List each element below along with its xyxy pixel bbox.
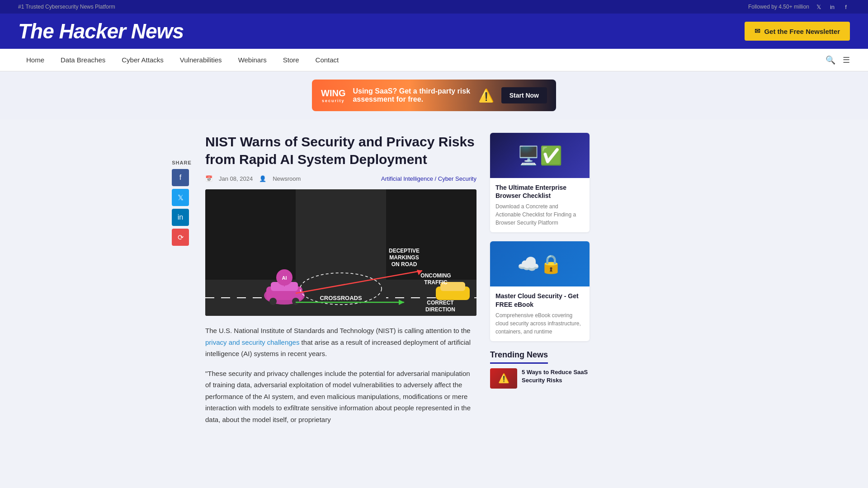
- wing-logo-sub: security: [322, 99, 345, 103]
- nav-item-webinars[interactable]: Webinars: [230, 49, 275, 71]
- article-image: CROSSROADS AI: [205, 189, 476, 316]
- trending-item-title-1: 5 Ways to Reduce SaaS Security Risks: [522, 368, 590, 385]
- banner-area: WING security Using SaaS? Get a third-pa…: [0, 71, 868, 119]
- svg-text:DECEPTIVE: DECEPTIVE: [389, 248, 420, 254]
- calendar-icon: 📅: [205, 175, 212, 182]
- nav-item-vulnerabilities[interactable]: Vulnerabilities: [172, 49, 230, 71]
- banner-text: Using SaaS? Get a third-party risk asses…: [353, 87, 471, 103]
- nav-link-vulnerabilities[interactable]: Vulnerabilities: [172, 49, 230, 71]
- share-other-button[interactable]: ⟳: [172, 229, 189, 246]
- trending-item-1[interactable]: ⚠️ 5 Ways to Reduce SaaS Security Risks: [490, 368, 590, 389]
- svg-text:CORRECT: CORRECT: [427, 300, 454, 306]
- svg-text:ONCOMING: ONCOMING: [420, 272, 451, 279]
- facebook-icon[interactable]: f: [842, 3, 850, 11]
- svg-text:DIRECTION: DIRECTION: [425, 306, 455, 313]
- enterprise-card-body: The Ultimate Enterprise Browser Checklis…: [490, 178, 590, 232]
- envelope-icon: ✉: [755, 27, 760, 35]
- main-nav: Home Data Breaches Cyber Attacks Vulnera…: [0, 49, 868, 71]
- menu-button[interactable]: ☰: [843, 55, 850, 65]
- cloud-card-image: ☁️🔒: [490, 241, 590, 286]
- wing-logo: WING security: [321, 88, 345, 103]
- cloud-lock-icon: ☁️🔒: [517, 253, 562, 275]
- article-tags-text: Artificial Intelligence / Cyber Security: [381, 175, 476, 182]
- saas-warning-icon: ⚠️: [498, 373, 509, 384]
- trending-thumb-1: ⚠️: [490, 368, 517, 389]
- twitter-icon[interactable]: 𝕏: [815, 3, 823, 11]
- nav-item-contact[interactable]: Contact: [307, 49, 347, 71]
- trending-title: Trending News: [490, 350, 548, 364]
- cloud-card-title: Master Cloud Security - Get FREE eBook: [495, 292, 584, 308]
- right-sidebar: 🖥️✅ The Ultimate Enterprise Browser Chec…: [490, 133, 590, 433]
- browser-icon: 🖥️✅: [517, 145, 562, 166]
- article-meta-left: 📅 Jan 08, 2024 👤 Newsroom: [205, 175, 301, 182]
- enterprise-card-image: 🖥️✅: [490, 133, 590, 178]
- svg-text:CROSSROADS: CROSSROADS: [320, 295, 362, 301]
- svg-point-8: [269, 298, 277, 305]
- article-date: Jan 08, 2024: [219, 175, 253, 182]
- banner-cta-button[interactable]: Start Now: [501, 87, 547, 103]
- newsletter-label: Get the Free Newsletter: [764, 28, 840, 35]
- author-icon: 👤: [259, 175, 266, 182]
- article-author: Newsroom: [273, 175, 301, 182]
- nav-item-data-breaches[interactable]: Data Breaches: [52, 49, 113, 71]
- warning-icon: ⚠️: [478, 88, 494, 103]
- nav-item-cyber-attacks[interactable]: Cyber Attacks: [113, 49, 172, 71]
- svg-point-9: [292, 298, 299, 305]
- nav-link-cyber-attacks[interactable]: Cyber Attacks: [113, 49, 172, 71]
- top-bar: #1 Trusted Cybersecurity News Platform F…: [0, 0, 868, 14]
- top-bar-right: Followed by 4.50+ million 𝕏 in f: [748, 3, 850, 11]
- share-linkedin-button[interactable]: in: [172, 209, 189, 226]
- enterprise-card-desc: Download a Concrete and Actionable Check…: [495, 202, 584, 227]
- site-title[interactable]: The Hacker News: [18, 19, 184, 43]
- article-paragraph-1: The U.S. National Institute of Standards…: [205, 325, 476, 360]
- share-sidebar: SHARE f 𝕏 in ⟳: [172, 133, 192, 433]
- svg-text:ON ROAD: ON ROAD: [392, 261, 417, 267]
- search-button[interactable]: 🔍: [826, 55, 835, 65]
- followers-text: Followed by 4.50+ million: [748, 4, 809, 10]
- svg-text:AI: AI: [282, 275, 287, 281]
- nav-item-store[interactable]: Store: [275, 49, 307, 71]
- svg-text:MARKINGS: MARKINGS: [389, 254, 419, 261]
- article-link-privacy[interactable]: privacy and security challenges: [205, 338, 299, 346]
- sidebar-card-cloud[interactable]: ☁️🔒 Master Cloud Security - Get FREE eBo…: [490, 241, 590, 341]
- article-body: The U.S. National Institute of Standards…: [205, 325, 476, 425]
- share-twitter-button[interactable]: 𝕏: [172, 189, 189, 206]
- article-section: NIST Warns of Security and Privacy Risks…: [205, 133, 476, 433]
- linkedin-icon[interactable]: in: [828, 3, 836, 11]
- trending-section: Trending News ⚠️ 5 Ways to Reduce SaaS S…: [490, 350, 590, 389]
- enterprise-card-title: The Ultimate Enterprise Browser Checklis…: [495, 183, 584, 200]
- nav-links: Home Data Breaches Cyber Attacks Vulnera…: [18, 49, 347, 71]
- share-label: SHARE: [172, 160, 192, 165]
- nav-link-contact[interactable]: Contact: [307, 49, 347, 71]
- nav-link-store[interactable]: Store: [275, 49, 307, 71]
- cloud-card-body: Master Cloud Security - Get FREE eBook C…: [490, 286, 590, 341]
- wing-logo-name: WING: [321, 88, 345, 99]
- ad-banner[interactable]: WING security Using SaaS? Get a third-pa…: [312, 80, 556, 111]
- share-facebook-button[interactable]: f: [172, 169, 189, 186]
- nav-icons: 🔍 ☰: [826, 55, 850, 65]
- svg-text:TRAFFIC: TRAFFIC: [424, 279, 448, 286]
- tagline: #1 Trusted Cybersecurity News Platform: [18, 4, 115, 10]
- nav-item-home[interactable]: Home: [18, 49, 52, 71]
- nav-link-data-breaches[interactable]: Data Breaches: [52, 49, 113, 71]
- sidebar-card-enterprise[interactable]: 🖥️✅ The Ultimate Enterprise Browser Chec…: [490, 133, 590, 232]
- cloud-card-desc: Comprehensive eBook covering cloud secur…: [495, 311, 584, 336]
- article-paragraph-2: "These security and privacy challenges i…: [205, 368, 476, 426]
- main-container: SHARE f 𝕏 in ⟳ NIST Warns of Security an…: [163, 119, 705, 447]
- nav-link-home[interactable]: Home: [18, 49, 52, 71]
- newsletter-button[interactable]: ✉ Get the Free Newsletter: [745, 22, 850, 41]
- article-meta: 📅 Jan 08, 2024 👤 Newsroom Artificial Int…: [205, 175, 476, 182]
- nav-link-webinars[interactable]: Webinars: [230, 49, 275, 71]
- site-header: The Hacker News ✉ Get the Free Newslette…: [0, 14, 868, 49]
- article-title: NIST Warns of Security and Privacy Risks…: [205, 133, 476, 168]
- article-tags[interactable]: Artificial Intelligence / Cyber Security: [381, 175, 476, 182]
